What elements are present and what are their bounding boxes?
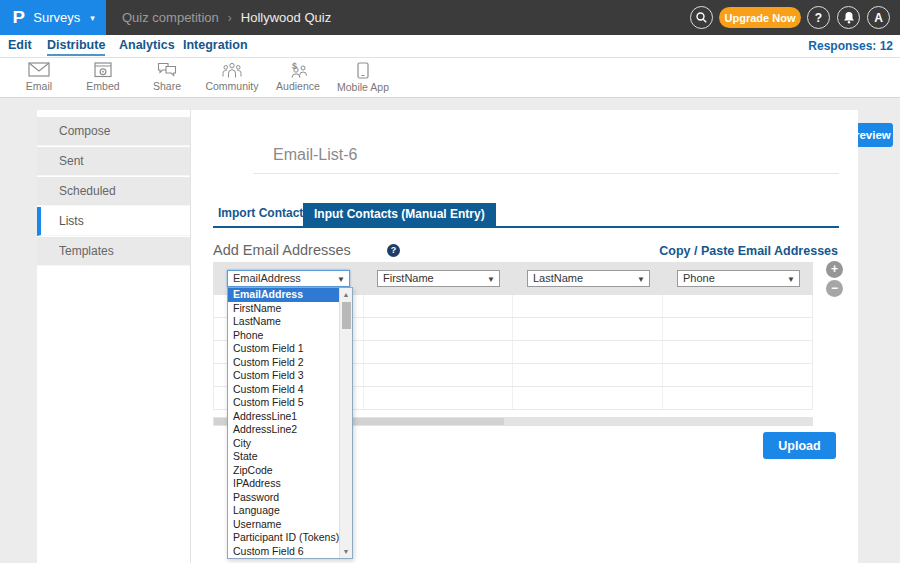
- upgrade-now-button[interactable]: Upgrade Now: [719, 7, 801, 28]
- nav-edit[interactable]: Edit: [8, 38, 32, 54]
- dropdown-option[interactable]: Username: [228, 518, 339, 532]
- nav-integration[interactable]: Integration: [183, 38, 248, 54]
- dropdown-option[interactable]: Custom Field 4: [228, 383, 339, 397]
- channel-share[interactable]: Share: [144, 62, 190, 92]
- field-select-first-name[interactable]: FirstName ▼: [377, 270, 500, 287]
- title-divider: [253, 173, 839, 174]
- channel-embed[interactable]: Embed: [80, 62, 126, 92]
- sidebar-item-compose[interactable]: Compose: [37, 117, 190, 146]
- avatar-initial: A: [874, 11, 883, 25]
- table-cell[interactable]: [364, 341, 514, 363]
- select-value: LastName: [533, 272, 583, 284]
- dropdown-option[interactable]: EmailAddress: [228, 288, 339, 302]
- breadcrumb-folder[interactable]: Quiz competition: [122, 10, 219, 25]
- top-header: P Surveys ▾ Quiz competition › Hollywood…: [0, 0, 900, 35]
- dropdown-option[interactable]: IPAddress: [228, 477, 339, 491]
- select-arrow-icon: ▼: [637, 272, 645, 287]
- sidebar-item-scheduled[interactable]: Scheduled: [37, 177, 190, 206]
- dropdown-option[interactable]: FirstName: [228, 302, 339, 316]
- copy-paste-link[interactable]: Copy / Paste Email Addresses: [659, 244, 838, 258]
- embed-icon: [94, 62, 112, 78]
- dropdown-option[interactable]: Custom Field 2: [228, 356, 339, 370]
- nav-distribute[interactable]: Distribute: [47, 38, 105, 56]
- upload-button[interactable]: Upload: [763, 432, 836, 459]
- bell-icon: [843, 11, 855, 24]
- table-cell[interactable]: [513, 387, 663, 409]
- dropdown-option[interactable]: City: [228, 437, 339, 451]
- dropdown-option[interactable]: LastName: [228, 315, 339, 329]
- table-cell[interactable]: [663, 387, 813, 409]
- dropdown-option[interactable]: AddressLine1: [228, 410, 339, 424]
- channel-community[interactable]: Community: [200, 62, 264, 92]
- dropdown-option[interactable]: Phone: [228, 329, 339, 343]
- table-cell[interactable]: [364, 387, 514, 409]
- table-cell[interactable]: [513, 295, 663, 317]
- dropdown-option[interactable]: ZipCode: [228, 464, 339, 478]
- select-arrow-icon: ▼: [337, 272, 345, 287]
- remove-column-button[interactable]: −: [826, 280, 843, 297]
- dropdown-option[interactable]: Custom Field 6: [228, 545, 339, 559]
- sidebar-item-sent[interactable]: Sent: [37, 147, 190, 176]
- channel-label: Community: [200, 80, 264, 92]
- help-button[interactable]: ?: [807, 6, 830, 29]
- nav-analytics[interactable]: Analytics: [119, 38, 175, 54]
- select-arrow-icon: ▼: [487, 272, 495, 287]
- sidebar-item-lists[interactable]: Lists: [37, 207, 190, 236]
- dropdown-option[interactable]: State: [228, 450, 339, 464]
- field-dropdown-list: EmailAddress FirstName LastName Phone Cu…: [227, 287, 353, 559]
- table-cell[interactable]: [513, 318, 663, 340]
- dropdown-option[interactable]: Custom Field 3: [228, 369, 339, 383]
- surveys-product-menu[interactable]: P Surveys ▾: [0, 0, 106, 35]
- field-select-last-name[interactable]: LastName ▼: [527, 270, 650, 287]
- help-tooltip-icon[interactable]: ?: [387, 244, 400, 257]
- email-panel: Compose Sent Scheduled Lists Templates E…: [37, 110, 858, 563]
- page-title: Email-List-6: [273, 146, 357, 164]
- product-name: Surveys: [33, 10, 80, 25]
- breadcrumb-survey-name: Hollywood Quiz: [241, 10, 331, 25]
- dropdown-option[interactable]: Custom Field 5: [228, 396, 339, 410]
- account-avatar[interactable]: A: [867, 6, 890, 29]
- channel-email[interactable]: Email: [16, 62, 62, 92]
- table-cell[interactable]: [663, 318, 813, 340]
- sidebar-divider: [190, 110, 191, 563]
- channel-audience[interactable]: $ Audience: [270, 62, 326, 92]
- field-select-email-address[interactable]: EmailAddress ▼: [227, 270, 350, 287]
- tab-underline: [213, 226, 839, 228]
- search-button[interactable]: [690, 6, 713, 29]
- notifications-button[interactable]: [837, 6, 860, 29]
- channel-label: Audience: [270, 80, 326, 92]
- sidebar-item-templates[interactable]: Templates: [37, 237, 190, 266]
- select-value: FirstName: [383, 272, 434, 284]
- table-cell[interactable]: [663, 364, 813, 386]
- dropdown-scrollbar[interactable]: ▲ ▼: [339, 288, 352, 558]
- search-icon: [696, 12, 707, 23]
- add-column-button[interactable]: +: [826, 261, 843, 278]
- dropdown-option[interactable]: Language: [228, 504, 339, 518]
- field-select-phone[interactable]: Phone ▼: [677, 270, 800, 287]
- table-cell[interactable]: [513, 341, 663, 363]
- table-cell[interactable]: [364, 318, 514, 340]
- table-cell[interactable]: [364, 295, 514, 317]
- dropdown-option[interactable]: Participant ID (Tokens): [228, 531, 339, 545]
- table-cell[interactable]: [364, 364, 514, 386]
- scroll-up-icon[interactable]: ▲: [340, 288, 352, 301]
- email-icon: [28, 62, 50, 78]
- channel-mobile-app[interactable]: Mobile App: [328, 62, 398, 93]
- community-icon: [222, 62, 242, 78]
- mobile-app-icon: [357, 62, 369, 79]
- dropdown-option[interactable]: AddressLine2: [228, 423, 339, 437]
- dropdown-option[interactable]: Custom Field 1: [228, 342, 339, 356]
- tab-import-contacts[interactable]: Import Contacts: [218, 206, 310, 220]
- scroll-down-icon[interactable]: ▼: [340, 545, 352, 558]
- dropdown-scrollbar-thumb[interactable]: [342, 302, 351, 329]
- table-cell[interactable]: [513, 364, 663, 386]
- tab-input-contacts-manual[interactable]: Input Contacts (Manual Entry): [303, 203, 496, 226]
- table-cell[interactable]: [663, 341, 813, 363]
- select-value: Phone: [683, 272, 715, 284]
- dropdown-option[interactable]: Password: [228, 491, 339, 505]
- field-dropdown-options: EmailAddress FirstName LastName Phone Cu…: [228, 288, 339, 558]
- distribute-toolbar: Email Embed Share: [0, 58, 900, 98]
- share-icon: [157, 62, 177, 78]
- responses-count[interactable]: Responses: 12: [808, 39, 893, 53]
- table-cell[interactable]: [663, 295, 813, 317]
